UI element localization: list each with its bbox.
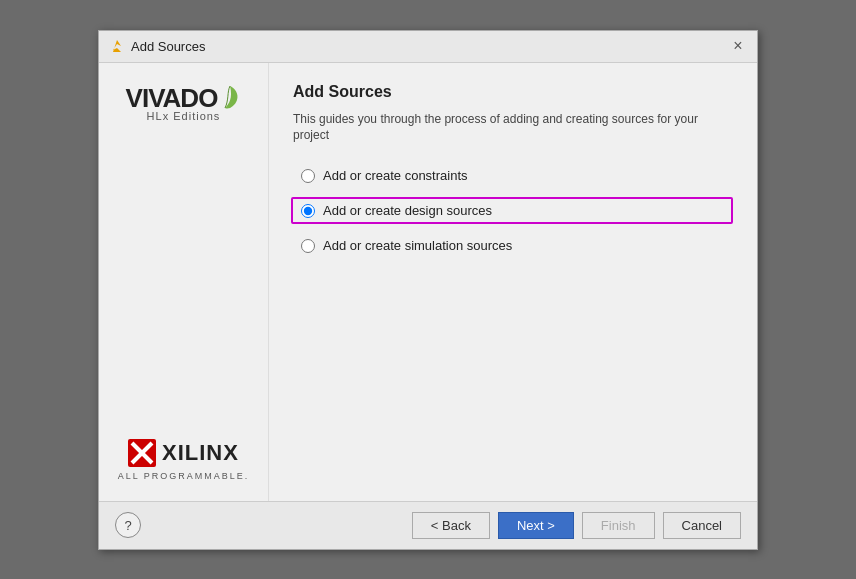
dialog-title: Add Sources: [131, 39, 205, 54]
vivado-logo: VIVADO HLx Editions: [126, 83, 242, 122]
sidebar: VIVADO HLx Editions: [99, 63, 269, 501]
radio-constraints[interactable]: [301, 169, 315, 183]
options-list: Add or create constraints Add or create …: [301, 168, 733, 253]
option-constraints[interactable]: Add or create constraints: [301, 168, 733, 183]
svg-marker-0: [113, 40, 121, 52]
option-constraints-label: Add or create constraints: [323, 168, 468, 183]
add-sources-dialog: Add Sources × VIVADO HLx Editions: [98, 30, 758, 550]
vivado-leaf-icon: [219, 84, 241, 112]
hlx-label: HLx Editions: [147, 110, 221, 122]
xilinx-branding: XILINX ALL PROGRAMMABLE.: [118, 439, 250, 481]
option-design-label: Add or create design sources: [323, 203, 492, 218]
cancel-button[interactable]: Cancel: [663, 512, 741, 539]
option-design[interactable]: Add or create design sources: [291, 197, 733, 224]
all-programmable-label: ALL PROGRAMMABLE.: [118, 471, 250, 481]
vivado-title-icon: [109, 38, 125, 54]
xilinx-icon: [128, 439, 156, 467]
xilinx-wordmark: XILINX: [162, 440, 239, 466]
radio-simulation[interactable]: [301, 239, 315, 253]
xilinx-logo: XILINX: [128, 439, 239, 467]
main-content: Add Sources This guides you through the …: [269, 63, 757, 501]
option-simulation-label: Add or create simulation sources: [323, 238, 512, 253]
close-button[interactable]: ×: [729, 37, 747, 55]
main-title: Add Sources: [293, 83, 733, 101]
title-bar: Add Sources ×: [99, 31, 757, 63]
finish-button[interactable]: Finish: [582, 512, 655, 539]
title-bar-left: Add Sources: [109, 38, 205, 54]
footer-right: < Back Next > Finish Cancel: [412, 512, 741, 539]
dialog-footer: ? < Back Next > Finish Cancel: [99, 501, 757, 549]
radio-design[interactable]: [301, 204, 315, 218]
back-button[interactable]: < Back: [412, 512, 490, 539]
main-description: This guides you through the process of a…: [293, 111, 733, 145]
footer-left: ?: [115, 512, 141, 538]
next-button[interactable]: Next >: [498, 512, 574, 539]
dialog-body: VIVADO HLx Editions: [99, 63, 757, 501]
option-simulation[interactable]: Add or create simulation sources: [301, 238, 733, 253]
help-button[interactable]: ?: [115, 512, 141, 538]
